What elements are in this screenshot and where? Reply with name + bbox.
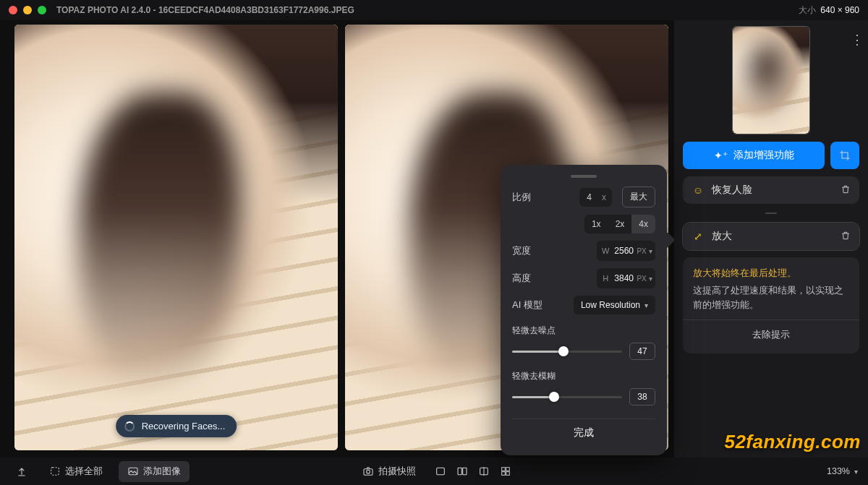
- svg-rect-11: [506, 472, 510, 476]
- ratio-label: 比例: [512, 191, 574, 204]
- deblur-row: 轻微去模糊 38: [512, 370, 655, 405]
- add-images-label: 添加图像: [143, 465, 181, 478]
- enlarge-item[interactable]: ⤢ 放大: [683, 223, 859, 250]
- multiplier-1x[interactable]: 1x: [584, 215, 608, 233]
- before-image: [14, 25, 338, 450]
- face-recover-label: 恢复人脸: [712, 184, 752, 197]
- titlebar: TOPAZ PHOTO AI 2.4.0 - 16CEEDCF4AD4408A3…: [0, 0, 868, 20]
- minimize-window-button[interactable]: [23, 6, 32, 14]
- delete-face-recover-button[interactable]: [841, 184, 851, 197]
- more-options-button[interactable]: ⋮: [848, 29, 867, 51]
- width-value[interactable]: 2560: [614, 246, 634, 256]
- denoise-slider[interactable]: [512, 351, 622, 353]
- watermark: 52fanxing.com: [724, 431, 861, 453]
- image-icon: [127, 465, 139, 477]
- add-images-button[interactable]: 添加图像: [119, 461, 190, 482]
- height-label: 高度: [512, 272, 591, 285]
- ratio-value-group: 4 x: [579, 188, 612, 207]
- maximize-window-button[interactable]: [38, 6, 46, 14]
- export-button[interactable]: [10, 463, 33, 480]
- info-title: 放大将始终在最后处理。: [693, 266, 849, 280]
- width-field[interactable]: W 2560 PX ▾: [597, 241, 655, 261]
- width-unit[interactable]: PX ▾: [634, 247, 655, 255]
- smile-icon: ☺: [692, 184, 705, 196]
- deblur-value[interactable]: 38: [629, 388, 655, 405]
- deblur-slider[interactable]: [512, 396, 622, 398]
- panel-pointer: [659, 232, 676, 249]
- denoise-row: 轻微去噪点 47: [512, 325, 655, 360]
- thumbnail-row: ⋮: [683, 26, 859, 134]
- width-label: 宽度: [512, 244, 591, 257]
- select-all-button[interactable]: 选择全部: [43, 463, 109, 481]
- multiplier-group: 1x 2x 4x: [584, 215, 655, 233]
- close-window-button[interactable]: [9, 6, 17, 14]
- model-select[interactable]: Low Resolution ▾: [574, 296, 655, 314]
- model-row: AI 模型 Low Resolution ▾: [512, 296, 655, 314]
- multiplier-row: 1x 2x 4x: [512, 215, 655, 233]
- drag-handle[interactable]: [571, 175, 597, 178]
- deblur-label: 轻微去模糊: [512, 370, 655, 382]
- size-value: 640 × 960: [820, 5, 859, 15]
- enlarge-label: 放大: [712, 230, 732, 243]
- zoom-control[interactable]: 133% ▾: [827, 466, 858, 476]
- multiplier-4x[interactable]: 4x: [631, 215, 655, 233]
- crop-button[interactable]: [830, 142, 859, 169]
- spinner-icon: [124, 421, 135, 432]
- sparkle-icon: ✦⁺: [714, 150, 728, 161]
- face-recover-item[interactable]: ☺ 恢复人脸: [683, 176, 859, 204]
- camera-icon: [362, 465, 374, 477]
- width-row: 宽度 W 2560 PX ▾: [512, 241, 655, 261]
- model-value: Low Resolution: [581, 300, 640, 310]
- done-button[interactable]: 完成: [512, 419, 655, 447]
- before-pane[interactable]: Recovering Faces...: [14, 25, 338, 450]
- info-body: 这提高了处理速度和结果，以实现之前的增强功能。: [693, 283, 849, 312]
- app-title: TOPAZ PHOTO AI 2.4.0 - 16CEEDCF4AD4408A3…: [56, 5, 354, 15]
- view-grid-icon[interactable]: [500, 465, 511, 477]
- view-split-icon[interactable]: [456, 465, 468, 477]
- zoom-value: 133%: [827, 466, 850, 476]
- status-toast: Recovering Faces...: [116, 415, 237, 437]
- image-thumbnail[interactable]: [732, 26, 810, 134]
- select-all-icon: [49, 465, 61, 477]
- denoise-value[interactable]: 47: [629, 343, 655, 360]
- ratio-x: x: [599, 188, 612, 207]
- expand-icon: ⤢: [692, 231, 705, 242]
- view-single-icon[interactable]: [435, 465, 446, 477]
- delete-enlarge-button[interactable]: [841, 231, 851, 243]
- thumbnail-image: [733, 27, 809, 134]
- status-text: Recovering Faces...: [142, 421, 226, 432]
- multiplier-2x[interactable]: 2x: [608, 215, 632, 233]
- ratio-value[interactable]: 4: [579, 188, 599, 207]
- dismiss-tip-button[interactable]: 去除提示: [683, 319, 859, 349]
- add-enhance-row: ✦⁺ 添加增强功能: [683, 142, 859, 169]
- enlarge-settings-panel: 比例 4 x 最大 1x 2x 4x 宽度 W 2560: [501, 165, 667, 455]
- svg-rect-8: [502, 468, 506, 471]
- upload-icon: [16, 465, 27, 477]
- ratio-max-button[interactable]: 最大: [622, 186, 655, 207]
- image-size-indicator: 大小 640 × 960: [799, 4, 859, 17]
- size-label: 大小: [799, 4, 816, 17]
- add-enhance-button[interactable]: ✦⁺ 添加增强功能: [683, 142, 825, 169]
- center-tools: 拍摄快照: [357, 463, 511, 481]
- svg-rect-9: [506, 468, 510, 471]
- crop-icon: [839, 150, 851, 161]
- drag-zone: [765, 213, 777, 214]
- chevron-down-icon: ▾: [644, 301, 648, 309]
- snapshot-label: 拍摄快照: [378, 465, 416, 478]
- height-value[interactable]: 3840: [614, 273, 634, 283]
- deblur-thumb[interactable]: [549, 392, 559, 402]
- content-area: Recovering Faces... 比例 4 x 最大 1x 2x: [0, 20, 868, 458]
- svg-rect-1: [129, 468, 137, 474]
- height-unit[interactable]: PX ▾: [634, 275, 655, 283]
- height-prefix: H: [597, 274, 614, 283]
- height-field[interactable]: H 3840 PX ▾: [597, 268, 655, 288]
- svg-rect-0: [51, 468, 59, 476]
- trash-icon: [841, 231, 851, 241]
- svg-point-3: [367, 470, 370, 473]
- ratio-row: 比例 4 x 最大: [512, 186, 655, 207]
- snapshot-button[interactable]: 拍摄快照: [357, 463, 422, 481]
- height-row: 高度 H 3840 PX ▾: [512, 268, 655, 288]
- view-compare-icon[interactable]: [478, 465, 490, 477]
- denoise-thumb[interactable]: [558, 346, 569, 356]
- denoise-label: 轻微去噪点: [512, 325, 655, 337]
